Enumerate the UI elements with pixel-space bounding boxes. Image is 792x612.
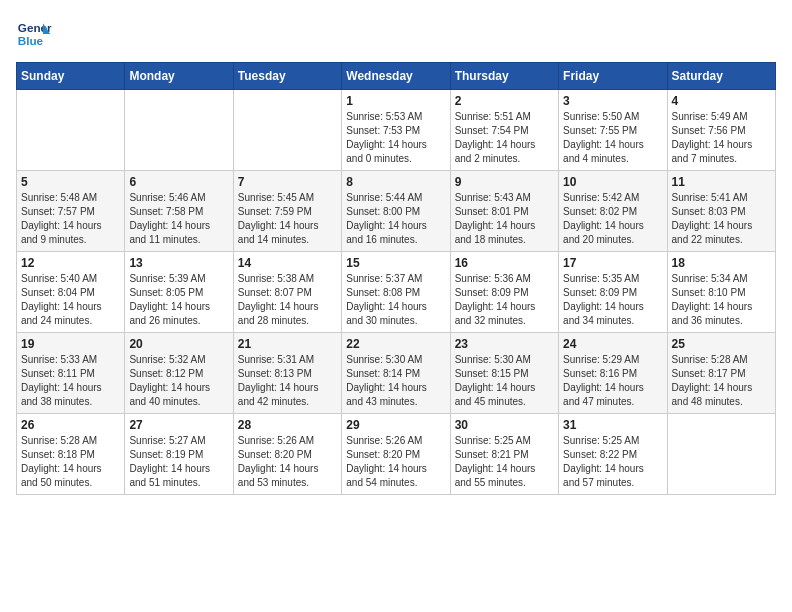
day-number: 17 bbox=[563, 256, 662, 270]
day-info: Sunrise: 5:25 AMSunset: 8:21 PMDaylight:… bbox=[455, 434, 554, 490]
day-info: Sunrise: 5:27 AMSunset: 8:19 PMDaylight:… bbox=[129, 434, 228, 490]
day-info: Sunrise: 5:40 AMSunset: 8:04 PMDaylight:… bbox=[21, 272, 120, 328]
calendar-cell: 30Sunrise: 5:25 AMSunset: 8:21 PMDayligh… bbox=[450, 414, 558, 495]
calendar-week-row: 5Sunrise: 5:48 AMSunset: 7:57 PMDaylight… bbox=[17, 171, 776, 252]
calendar-cell: 5Sunrise: 5:48 AMSunset: 7:57 PMDaylight… bbox=[17, 171, 125, 252]
calendar-cell: 27Sunrise: 5:27 AMSunset: 8:19 PMDayligh… bbox=[125, 414, 233, 495]
day-number: 2 bbox=[455, 94, 554, 108]
day-info: Sunrise: 5:31 AMSunset: 8:13 PMDaylight:… bbox=[238, 353, 337, 409]
day-number: 19 bbox=[21, 337, 120, 351]
calendar-week-row: 1Sunrise: 5:53 AMSunset: 7:53 PMDaylight… bbox=[17, 90, 776, 171]
day-number: 18 bbox=[672, 256, 771, 270]
day-info: Sunrise: 5:49 AMSunset: 7:56 PMDaylight:… bbox=[672, 110, 771, 166]
calendar-week-row: 26Sunrise: 5:28 AMSunset: 8:18 PMDayligh… bbox=[17, 414, 776, 495]
day-number: 10 bbox=[563, 175, 662, 189]
day-number: 16 bbox=[455, 256, 554, 270]
calendar-cell: 14Sunrise: 5:38 AMSunset: 8:07 PMDayligh… bbox=[233, 252, 341, 333]
day-info: Sunrise: 5:39 AMSunset: 8:05 PMDaylight:… bbox=[129, 272, 228, 328]
calendar-week-row: 19Sunrise: 5:33 AMSunset: 8:11 PMDayligh… bbox=[17, 333, 776, 414]
calendar-cell: 15Sunrise: 5:37 AMSunset: 8:08 PMDayligh… bbox=[342, 252, 450, 333]
day-info: Sunrise: 5:30 AMSunset: 8:15 PMDaylight:… bbox=[455, 353, 554, 409]
day-info: Sunrise: 5:28 AMSunset: 8:17 PMDaylight:… bbox=[672, 353, 771, 409]
calendar-cell: 22Sunrise: 5:30 AMSunset: 8:14 PMDayligh… bbox=[342, 333, 450, 414]
day-info: Sunrise: 5:41 AMSunset: 8:03 PMDaylight:… bbox=[672, 191, 771, 247]
day-number: 31 bbox=[563, 418, 662, 432]
calendar-cell: 6Sunrise: 5:46 AMSunset: 7:58 PMDaylight… bbox=[125, 171, 233, 252]
calendar-cell: 25Sunrise: 5:28 AMSunset: 8:17 PMDayligh… bbox=[667, 333, 775, 414]
calendar-cell: 7Sunrise: 5:45 AMSunset: 7:59 PMDaylight… bbox=[233, 171, 341, 252]
weekday-header: Monday bbox=[125, 63, 233, 90]
day-info: Sunrise: 5:34 AMSunset: 8:10 PMDaylight:… bbox=[672, 272, 771, 328]
day-info: Sunrise: 5:37 AMSunset: 8:08 PMDaylight:… bbox=[346, 272, 445, 328]
day-number: 13 bbox=[129, 256, 228, 270]
calendar-cell: 1Sunrise: 5:53 AMSunset: 7:53 PMDaylight… bbox=[342, 90, 450, 171]
calendar-cell: 18Sunrise: 5:34 AMSunset: 8:10 PMDayligh… bbox=[667, 252, 775, 333]
calendar-cell: 28Sunrise: 5:26 AMSunset: 8:20 PMDayligh… bbox=[233, 414, 341, 495]
calendar-cell bbox=[17, 90, 125, 171]
calendar-body: 1Sunrise: 5:53 AMSunset: 7:53 PMDaylight… bbox=[17, 90, 776, 495]
weekday-header: Saturday bbox=[667, 63, 775, 90]
day-number: 27 bbox=[129, 418, 228, 432]
calendar-cell: 29Sunrise: 5:26 AMSunset: 8:20 PMDayligh… bbox=[342, 414, 450, 495]
day-number: 23 bbox=[455, 337, 554, 351]
calendar-cell: 24Sunrise: 5:29 AMSunset: 8:16 PMDayligh… bbox=[559, 333, 667, 414]
day-number: 26 bbox=[21, 418, 120, 432]
day-info: Sunrise: 5:38 AMSunset: 8:07 PMDaylight:… bbox=[238, 272, 337, 328]
calendar-cell: 13Sunrise: 5:39 AMSunset: 8:05 PMDayligh… bbox=[125, 252, 233, 333]
calendar-cell: 2Sunrise: 5:51 AMSunset: 7:54 PMDaylight… bbox=[450, 90, 558, 171]
day-number: 22 bbox=[346, 337, 445, 351]
day-number: 14 bbox=[238, 256, 337, 270]
calendar-cell: 9Sunrise: 5:43 AMSunset: 8:01 PMDaylight… bbox=[450, 171, 558, 252]
day-number: 9 bbox=[455, 175, 554, 189]
day-info: Sunrise: 5:32 AMSunset: 8:12 PMDaylight:… bbox=[129, 353, 228, 409]
weekday-header: Friday bbox=[559, 63, 667, 90]
calendar-cell bbox=[667, 414, 775, 495]
calendar-week-row: 12Sunrise: 5:40 AMSunset: 8:04 PMDayligh… bbox=[17, 252, 776, 333]
day-info: Sunrise: 5:51 AMSunset: 7:54 PMDaylight:… bbox=[455, 110, 554, 166]
day-number: 20 bbox=[129, 337, 228, 351]
calendar-header: SundayMondayTuesdayWednesdayThursdayFrid… bbox=[17, 63, 776, 90]
day-info: Sunrise: 5:30 AMSunset: 8:14 PMDaylight:… bbox=[346, 353, 445, 409]
day-info: Sunrise: 5:53 AMSunset: 7:53 PMDaylight:… bbox=[346, 110, 445, 166]
day-info: Sunrise: 5:26 AMSunset: 8:20 PMDaylight:… bbox=[346, 434, 445, 490]
day-number: 30 bbox=[455, 418, 554, 432]
day-number: 15 bbox=[346, 256, 445, 270]
calendar-cell: 31Sunrise: 5:25 AMSunset: 8:22 PMDayligh… bbox=[559, 414, 667, 495]
day-number: 25 bbox=[672, 337, 771, 351]
calendar-cell bbox=[233, 90, 341, 171]
day-number: 24 bbox=[563, 337, 662, 351]
day-number: 3 bbox=[563, 94, 662, 108]
calendar-cell: 8Sunrise: 5:44 AMSunset: 8:00 PMDaylight… bbox=[342, 171, 450, 252]
day-info: Sunrise: 5:36 AMSunset: 8:09 PMDaylight:… bbox=[455, 272, 554, 328]
day-info: Sunrise: 5:29 AMSunset: 8:16 PMDaylight:… bbox=[563, 353, 662, 409]
calendar-cell: 3Sunrise: 5:50 AMSunset: 7:55 PMDaylight… bbox=[559, 90, 667, 171]
weekday-header: Tuesday bbox=[233, 63, 341, 90]
weekday-header: Thursday bbox=[450, 63, 558, 90]
day-info: Sunrise: 5:48 AMSunset: 7:57 PMDaylight:… bbox=[21, 191, 120, 247]
day-number: 1 bbox=[346, 94, 445, 108]
day-number: 11 bbox=[672, 175, 771, 189]
calendar-cell: 20Sunrise: 5:32 AMSunset: 8:12 PMDayligh… bbox=[125, 333, 233, 414]
logo-icon: General Blue bbox=[16, 16, 52, 52]
day-info: Sunrise: 5:46 AMSunset: 7:58 PMDaylight:… bbox=[129, 191, 228, 247]
day-number: 12 bbox=[21, 256, 120, 270]
day-number: 21 bbox=[238, 337, 337, 351]
day-number: 7 bbox=[238, 175, 337, 189]
day-info: Sunrise: 5:50 AMSunset: 7:55 PMDaylight:… bbox=[563, 110, 662, 166]
day-number: 5 bbox=[21, 175, 120, 189]
calendar-table: SundayMondayTuesdayWednesdayThursdayFrid… bbox=[16, 62, 776, 495]
day-number: 8 bbox=[346, 175, 445, 189]
calendar-cell: 16Sunrise: 5:36 AMSunset: 8:09 PMDayligh… bbox=[450, 252, 558, 333]
calendar-cell: 26Sunrise: 5:28 AMSunset: 8:18 PMDayligh… bbox=[17, 414, 125, 495]
calendar-cell: 23Sunrise: 5:30 AMSunset: 8:15 PMDayligh… bbox=[450, 333, 558, 414]
day-info: Sunrise: 5:33 AMSunset: 8:11 PMDaylight:… bbox=[21, 353, 120, 409]
calendar-cell: 21Sunrise: 5:31 AMSunset: 8:13 PMDayligh… bbox=[233, 333, 341, 414]
day-number: 29 bbox=[346, 418, 445, 432]
day-info: Sunrise: 5:35 AMSunset: 8:09 PMDaylight:… bbox=[563, 272, 662, 328]
weekday-header: Sunday bbox=[17, 63, 125, 90]
calendar-cell: 11Sunrise: 5:41 AMSunset: 8:03 PMDayligh… bbox=[667, 171, 775, 252]
calendar-cell bbox=[125, 90, 233, 171]
svg-text:Blue: Blue bbox=[18, 34, 44, 47]
weekday-header: Wednesday bbox=[342, 63, 450, 90]
day-info: Sunrise: 5:25 AMSunset: 8:22 PMDaylight:… bbox=[563, 434, 662, 490]
